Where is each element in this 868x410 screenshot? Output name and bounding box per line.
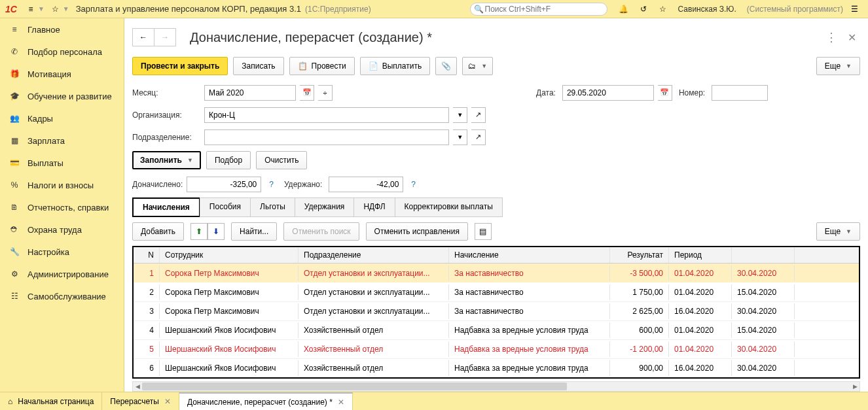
post-button[interactable]: 📋Провести	[289, 57, 355, 75]
table-row[interactable]: 4Шершанский Яков ИосифовичХозяйственный …	[134, 320, 859, 339]
bell-icon[interactable]: 🔔	[617, 3, 630, 16]
close-icon[interactable]: ✕	[844, 31, 860, 44]
col-department[interactable]: Подразделение	[298, 247, 449, 263]
sidebar-item-main[interactable]: ≡Главное	[0, 18, 124, 41]
bottom-tab-document[interactable]: Доначисление, перерасчет (создание) *✕	[179, 392, 353, 410]
chevron-down-icon[interactable]: ▾	[453, 129, 467, 145]
close-icon[interactable]: ✕	[164, 397, 171, 406]
sidebar-item-hr[interactable]: 👥Кадры	[0, 107, 124, 129]
table-row[interactable]: 1Сорока Петр МаксимовичОтдел установки и…	[134, 264, 859, 282]
cell-n: 5	[134, 341, 160, 357]
save-button[interactable]: Записать	[233, 57, 283, 75]
attach-button[interactable]: 📎	[435, 57, 457, 75]
nav-back-button[interactable]: ←	[132, 28, 154, 46]
sidebar-item-salary[interactable]: ▦Зарплата	[0, 129, 124, 152]
col-accrual[interactable]: Начисление	[449, 247, 610, 263]
col-n[interactable]: N	[134, 247, 160, 263]
more-button[interactable]: Еще▼	[816, 57, 860, 75]
org-input[interactable]	[204, 107, 449, 123]
calendar-icon[interactable]: 📅	[658, 85, 672, 101]
horizontal-scrollbar[interactable]: ◀ ▶	[132, 381, 860, 392]
grid-more-button[interactable]: Еще▼	[816, 222, 860, 241]
nav-forward-button[interactable]: →	[154, 28, 176, 46]
user-name[interactable]: Савинская З.Ю.	[678, 5, 736, 14]
tab-exemptions[interactable]: Льготы	[250, 197, 295, 217]
table-row[interactable]: 5Шершанский Яков ИосифовичХозяйственный …	[134, 339, 859, 358]
star-icon[interactable]: ☆	[49, 3, 62, 16]
col-period[interactable]: Период	[669, 247, 732, 263]
sidebar-item-recruit[interactable]: ✆Подбор персонала	[0, 41, 124, 63]
tab-deductions[interactable]: Удержания	[295, 197, 355, 217]
form-icon: ☷	[9, 291, 20, 301]
sidebar-item-motivation[interactable]: 🎁Мотивация	[0, 63, 124, 85]
number-input[interactable]	[712, 85, 768, 101]
scroll-thumb[interactable]	[142, 383, 567, 390]
help-icon[interactable]: ?	[411, 180, 416, 189]
dropdown-icon[interactable]: ▼	[63, 5, 69, 12]
history-icon[interactable]: ↺	[637, 3, 650, 16]
kebab-icon[interactable]: ⋮	[825, 31, 837, 44]
bottom-tab-recalc[interactable]: Перерасчеты✕	[102, 392, 179, 410]
clear-button[interactable]: Очистить	[256, 151, 307, 169]
sidebar-item-safety[interactable]: ⛑Охрана труда	[0, 218, 124, 241]
post-and-close-button[interactable]: Провести и закрыть	[132, 57, 228, 75]
sidebar-item-admin[interactable]: ⚙Администрирование	[0, 263, 124, 285]
tab-paycorr[interactable]: Корректировки выплаты	[395, 197, 503, 217]
table-row[interactable]: 6Шершанский Яков ИосифовичХозяйственный …	[134, 358, 859, 377]
search-icon: 🔍	[474, 5, 484, 14]
month-input[interactable]	[204, 85, 296, 101]
search-input[interactable]	[470, 3, 607, 16]
help-icon[interactable]: ?	[269, 180, 274, 189]
table-row[interactable]: 3Сорока Петр МаксимовичОтдел установки и…	[134, 301, 859, 320]
move-up-button[interactable]: ⬆	[190, 223, 208, 240]
dropdown-icon[interactable]: ▼	[38, 5, 45, 12]
columns-button[interactable]: ▤	[475, 223, 492, 240]
open-icon[interactable]: ↗	[471, 107, 486, 123]
accrued-input[interactable]	[187, 177, 261, 192]
col-result[interactable]: Результат	[610, 247, 669, 263]
tab-benefits[interactable]: Пособия	[200, 197, 251, 217]
table-row[interactable]: 2Сорока Петр МаксимовичОтдел установки и…	[134, 282, 859, 301]
close-icon[interactable]: ✕	[338, 398, 344, 407]
cell-empty	[795, 365, 859, 371]
home-tab[interactable]: ⌂Начальная страница	[0, 392, 102, 410]
fill-button[interactable]: Заполнить▼	[132, 151, 201, 169]
cancel-search-button[interactable]: Отменить поиск	[283, 222, 359, 241]
find-button[interactable]: Найти...	[231, 222, 277, 241]
document-toolbar: Провести и закрыть Записать 📋Провести 📄В…	[124, 54, 868, 82]
gear-icon: ⚙	[9, 269, 20, 279]
pick-button[interactable]: Подбор	[206, 151, 251, 169]
sidebar-item-selfservice[interactable]: ☷Самообслуживание	[0, 285, 124, 307]
tab-ndfl[interactable]: НДФЛ	[353, 197, 395, 217]
sidebar-item-settings[interactable]: 🔧Настройка	[0, 241, 124, 263]
scroll-right-icon[interactable]: ▶	[850, 382, 859, 391]
col-period2[interactable]	[732, 247, 795, 263]
add-button[interactable]: Добавить	[132, 222, 184, 241]
pay-button[interactable]: 📄Выплатить	[360, 57, 431, 75]
wrench-icon: 🔧	[9, 247, 20, 257]
sidebar-item-tax[interactable]: %Налоги и взносы	[0, 174, 124, 196]
col-employee[interactable]: Сотрудник	[160, 247, 298, 263]
move-down-button[interactable]: ⬇	[208, 223, 225, 240]
options-icon[interactable]: ☰	[848, 3, 861, 16]
calendar-icon[interactable]: 📅	[300, 85, 314, 101]
cell-accrual: Надбавка за вредные условия труда	[449, 322, 610, 338]
cell-period-from: 16.04.2020	[669, 303, 732, 319]
open-icon[interactable]: ↗	[471, 129, 486, 145]
basis-button[interactable]: 🗂▼	[462, 57, 493, 75]
sidebar-item-payments[interactable]: 💳Выплаты	[0, 152, 124, 174]
sidebar-item-reports[interactable]: 🗎Отчетность, справки	[0, 196, 124, 218]
withheld-input[interactable]	[329, 177, 403, 192]
dep-input[interactable]	[204, 129, 449, 145]
scroll-left-icon[interactable]: ◀	[133, 382, 142, 391]
cell-empty	[795, 327, 859, 333]
chevron-down-icon[interactable]: ▾	[453, 107, 467, 123]
user-role: (Системный программист)	[747, 5, 843, 14]
date-input[interactable]	[562, 85, 654, 101]
menu-icon[interactable]: ≡	[24, 3, 37, 16]
star-icon[interactable]: ☆	[657, 3, 670, 16]
cancel-fix-button[interactable]: Отменить исправления	[366, 222, 468, 241]
sidebar-item-education[interactable]: 🎓Обучение и развитие	[0, 85, 124, 107]
tab-accruals[interactable]: Начисления	[132, 197, 200, 217]
stepper-icon[interactable]: ÷	[318, 85, 333, 101]
